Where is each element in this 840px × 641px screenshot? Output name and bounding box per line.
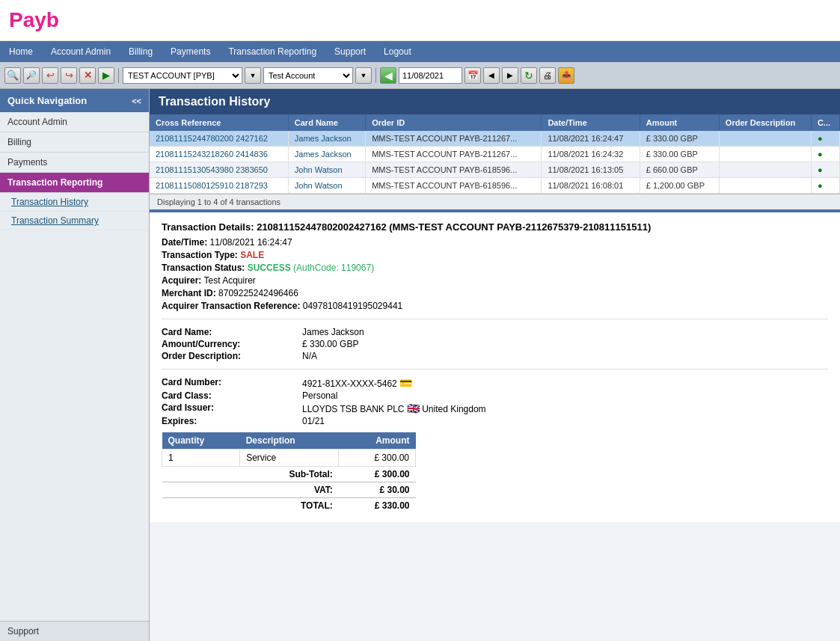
sidebar-link-transaction-summary[interactable]: Transaction Summary: [0, 212, 149, 230]
col-amount: Amount: [640, 114, 719, 131]
nav-support[interactable]: Support: [325, 43, 375, 61]
subtotal-label: Sub-Total:: [162, 467, 339, 482]
cell-order-desc: [719, 147, 811, 162]
search-button[interactable]: 🔎: [23, 67, 40, 84]
logo-text: Pay: [9, 8, 46, 31]
main-area: Quick Navigation << Account Admin Billin…: [0, 89, 840, 641]
nav-account-admin[interactable]: Account Admin: [42, 43, 120, 61]
cell-amount: £ 330.00 GBP: [640, 131, 719, 147]
inner-cell-qty: 1: [162, 450, 240, 467]
sidebar-collapse-button[interactable]: <<: [132, 96, 141, 105]
logo-accent: b: [46, 8, 59, 31]
test-dropdown-arrow-button[interactable]: ▼: [355, 67, 372, 84]
acquirer-label: Acquirer:: [162, 275, 201, 286]
navbar: Home Account Admin Billing Payments Tran…: [0, 41, 840, 62]
prev-date-button[interactable]: ◀: [483, 67, 500, 84]
authcode-value: (AuthCode: 119067): [293, 263, 374, 273]
col-datetime: Date/Time: [542, 114, 640, 131]
cell-status: ●: [811, 131, 839, 147]
card-number-label: Card Number:: [162, 377, 296, 389]
datetime-label: Date/Time:: [162, 237, 207, 248]
sidebar-sections: Account Admin Billing Payments Transacti…: [0, 112, 149, 621]
inner-cell-desc: Service: [240, 450, 339, 467]
sidebar-header: Quick Navigation <<: [0, 89, 149, 112]
table-row[interactable]: 21081115080125910 2187293 John Watson MM…: [150, 178, 840, 194]
cell-order-desc: [719, 131, 811, 147]
table-row[interactable]: 21081115244780200 2427162 James Jackson …: [150, 131, 840, 147]
cell-status: ●: [811, 178, 839, 194]
table-row[interactable]: 21081115243218260 2414836 James Jackson …: [150, 147, 840, 162]
forward-button[interactable]: ↪: [61, 67, 77, 84]
calendar-button[interactable]: 📅: [465, 67, 481, 84]
card-class-value: Personal: [302, 390, 828, 401]
cell-card-name: John Watson: [288, 178, 365, 194]
table-row[interactable]: 21081115130543980 2383650 John Watson MM…: [150, 162, 840, 178]
table-body: 21081115244780200 2427162 James Jackson …: [150, 131, 840, 194]
sidebar-link-transaction-history[interactable]: Transaction History: [0, 193, 149, 212]
cell-status: ●: [811, 147, 839, 162]
content-title: Transaction History: [150, 89, 840, 114]
card-class-label: Card Class:: [162, 390, 296, 401]
sidebar-item-transaction-reporting[interactable]: Transaction Reporting: [0, 173, 149, 193]
order-desc-value: N/A: [302, 351, 828, 361]
cancel-button[interactable]: ✕: [79, 67, 96, 84]
zoom-in-button[interactable]: 🔍: [4, 67, 21, 84]
back-button[interactable]: ↩: [42, 67, 58, 84]
dropdown-arrow-button[interactable]: ▼: [245, 67, 261, 84]
support-label: Support: [7, 626, 39, 637]
nav-payments[interactable]: Payments: [162, 43, 219, 61]
separator-1: [118, 68, 119, 83]
cell-card-name: James Jackson: [288, 147, 365, 162]
table-header-row: Cross Reference Card Name Order ID Date/…: [150, 114, 840, 131]
toolbar: 🔍 🔎 ↩ ↪ ✕ ▶ TEST ACCOUNT [PYB] ▼ Test Ac…: [0, 62, 840, 89]
refresh-button[interactable]: ↻: [521, 67, 537, 84]
nav-transaction-reporting[interactable]: Transaction Reporting: [219, 43, 325, 61]
line-items-table: Quantity Description Amount 1 Service £ …: [162, 432, 416, 513]
expires-value: 01/21: [302, 416, 828, 426]
total-value: £ 330.00: [339, 498, 416, 514]
export-button[interactable]: 📤: [558, 67, 574, 84]
date-input[interactable]: 11/08/2021: [399, 67, 462, 84]
col-order-desc: Order Description: [719, 114, 811, 131]
sidebar-item-billing[interactable]: Billing: [0, 132, 149, 153]
sidebar-item-payments[interactable]: Payments: [0, 153, 149, 173]
content-area: Transaction History Cross Reference Card…: [150, 89, 840, 641]
transaction-table-container: Cross Reference Card Name Order ID Date/…: [150, 114, 840, 194]
logo: Payb: [9, 8, 59, 32]
next-date-button[interactable]: ▶: [502, 67, 518, 84]
cell-cross-ref: 21081115130543980 2383650: [150, 162, 288, 178]
card-number-value: 4921-81XX-XXXX-5462 💳: [302, 377, 828, 389]
cell-datetime: 11/08/2021 16:24:32: [542, 147, 640, 162]
card-details-grid: Card Name: James Jackson Amount/Currency…: [162, 327, 828, 361]
detail-datetime-row: Date/Time: 11/08/2021 16:24:47: [162, 237, 828, 248]
acqref-value: 04978108419195029441: [303, 301, 402, 311]
type-label: Transaction Type:: [162, 250, 238, 260]
vat-label: VAT:: [162, 482, 339, 498]
test-account-selector[interactable]: Test Account: [263, 67, 353, 84]
go-green-button[interactable]: ◀: [380, 67, 396, 84]
inner-col-amount: Amount: [339, 432, 416, 450]
print-button[interactable]: 🖨: [539, 67, 556, 84]
header: Payb: [0, 0, 840, 41]
account-selector[interactable]: TEST ACCOUNT [PYB]: [123, 67, 242, 84]
card-issuer-value: LLOYDS TSB BANK PLC 🇬🇧 United Kingdom: [302, 402, 828, 414]
amount-label: Amount/Currency:: [162, 339, 296, 349]
nav-billing[interactable]: Billing: [120, 43, 162, 61]
table-footer: Displaying 1 to 4 of 4 transactions: [150, 194, 840, 209]
cell-datetime: 11/08/2021 16:24:47: [542, 131, 640, 147]
nav-home[interactable]: Home: [0, 43, 42, 61]
sidebar-footer: Support: [0, 621, 149, 641]
details-title: Transaction Details: 2108111524478020024…: [162, 221, 828, 233]
subtotal-value: £ 300.00: [339, 467, 416, 482]
cell-status: ●: [811, 162, 839, 178]
sidebar-item-account-admin[interactable]: Account Admin: [0, 112, 149, 132]
acquirer-value: Test Acquirer: [203, 275, 255, 286]
detail-type-row: Transaction Type: SALE: [162, 250, 828, 260]
cell-order-desc: [719, 162, 811, 178]
expires-label: Expires:: [162, 416, 296, 426]
sidebar: Quick Navigation << Account Admin Billin…: [0, 89, 150, 641]
separator-2: [375, 68, 376, 83]
go-button[interactable]: ▶: [98, 67, 114, 84]
inner-table-row: 1 Service £ 300.00: [162, 450, 416, 467]
nav-logout[interactable]: Logout: [375, 43, 420, 61]
